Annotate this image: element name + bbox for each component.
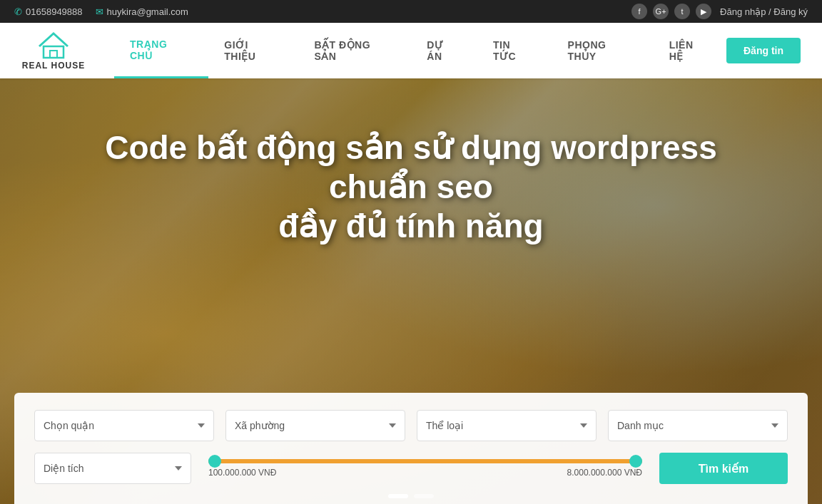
hero-title-line1: Code bất động sản sử dụng wordpress chuẩ… xyxy=(105,129,717,205)
top-bar-left: ✆ 01658949888 ✉ huykira@gmail.com xyxy=(14,6,188,17)
tim-kiem-button[interactable]: Tìm kiếm xyxy=(659,453,788,484)
logo-text: REAL HOUSE xyxy=(22,61,85,71)
header: REAL HOUSE TRANG CHỦ GIỚI THIỆU BẤT ĐỘNG… xyxy=(0,23,822,78)
price-slider[interactable]: 100.000.000 VNĐ 8.000.000.000 VNĐ xyxy=(203,459,648,478)
the-loai-select[interactable]: Thể loại xyxy=(417,410,597,441)
main-nav: TRANG CHỦ GIỚI THIỆU BẤT ĐỘNG SẢN DỰ ÁN … xyxy=(114,23,801,78)
search-row-1: Chọn quận Xã phường Thể loại Danh mục xyxy=(34,410,788,441)
slider-labels: 100.000.000 VNĐ 8.000.000.000 VNĐ xyxy=(203,468,648,478)
svg-rect-1 xyxy=(50,51,57,58)
nav-item-trangchu[interactable]: TRANG CHỦ xyxy=(114,23,208,78)
dang-tin-button[interactable]: Đăng tin xyxy=(726,38,801,63)
email-info: ✉ huykira@gmail.com xyxy=(96,6,188,17)
hero-content: Code bất động sản sử dụng wordpress chuẩ… xyxy=(0,78,822,247)
search-row-2: Diện tích 100.000.000 VNĐ 8.000.000.000 … xyxy=(34,453,788,484)
phone-info: ✆ 01658949888 xyxy=(14,6,83,17)
danh-muc-select[interactable]: Danh mục xyxy=(608,410,788,441)
social-icons: f G+ t ▶ xyxy=(631,4,711,19)
carousel-dot-2[interactable] xyxy=(414,494,434,498)
slider-thumb-right[interactable] xyxy=(629,455,642,468)
chon-quan-select[interactable]: Chọn quận xyxy=(34,410,214,441)
hero-section: Code bất động sản sử dụng wordpress chuẩ… xyxy=(0,78,822,504)
email-address: huykira@gmail.com xyxy=(107,6,188,17)
hero-title-line2: đầy đủ tính năng xyxy=(278,207,543,245)
hero-title: Code bất động sản sử dụng wordpress chuẩ… xyxy=(90,128,732,247)
xa-phuong-select[interactable]: Xã phường xyxy=(225,410,405,441)
nav-item-duan[interactable]: DỰ ÁN xyxy=(411,23,477,78)
carousel-dots xyxy=(388,494,434,498)
nav-item-phongthuong[interactable]: PHONG THỦY xyxy=(552,23,654,78)
nav-item-lienhe[interactable]: LIÊN HỆ xyxy=(654,23,726,78)
logo[interactable]: REAL HOUSE xyxy=(21,31,86,71)
login-link[interactable]: Đăng nhập / Đăng ký xyxy=(720,6,808,17)
twitter-icon[interactable]: t xyxy=(674,4,690,19)
logo-icon xyxy=(36,31,71,59)
phone-icon: ✆ xyxy=(14,6,22,17)
dien-tich-select[interactable]: Diện tích xyxy=(34,453,191,484)
svg-rect-0 xyxy=(44,46,64,58)
facebook-icon[interactable]: f xyxy=(631,4,647,19)
top-bar-right: f G+ t ▶ Đăng nhập / Đăng ký xyxy=(631,4,808,19)
search-box: Chọn quận Xã phường Thể loại Danh mục Di… xyxy=(14,393,808,504)
slider-fill xyxy=(208,459,642,463)
slider-track xyxy=(208,459,642,463)
slider-thumb-left[interactable] xyxy=(208,455,221,468)
email-icon: ✉ xyxy=(96,6,103,17)
top-bar: ✆ 01658949888 ✉ huykira@gmail.com f G+ t… xyxy=(0,0,822,23)
nav-item-batdongsan[interactable]: BẤT ĐỘNG SẢN xyxy=(298,23,411,78)
carousel-dot-1[interactable] xyxy=(388,494,408,498)
nav-item-gioithieu[interactable]: GIỚI THIỆU xyxy=(208,23,298,78)
youtube-icon[interactable]: ▶ xyxy=(696,4,711,19)
price-max-label: 8.000.000.000 VNĐ xyxy=(567,468,642,478)
price-min-label: 100.000.000 VNĐ xyxy=(208,468,276,478)
nav-item-tintuc[interactable]: TIN TỨC xyxy=(477,23,552,78)
googleplus-icon[interactable]: G+ xyxy=(653,4,669,19)
phone-number: 01658949888 xyxy=(26,6,83,17)
